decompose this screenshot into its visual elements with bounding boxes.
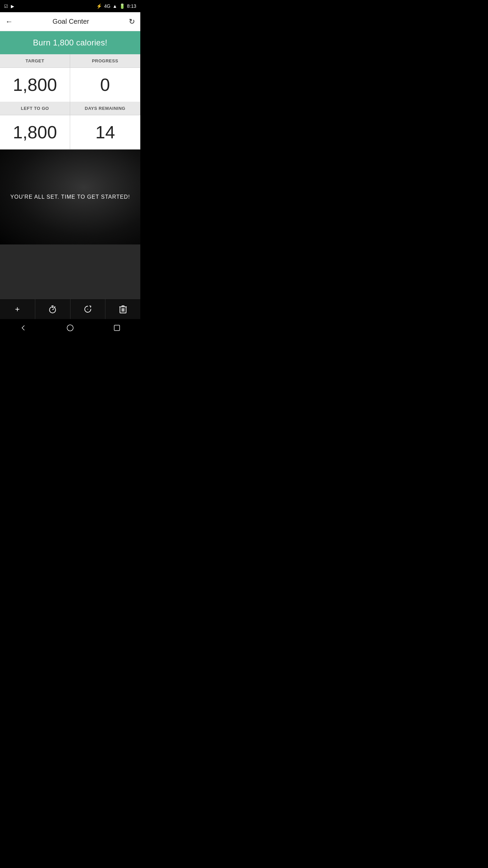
svg-point-1 [55,306,56,307]
back-button[interactable]: ← [5,17,13,26]
nav-back-icon [20,324,27,332]
network-4g-icon: 4G [104,3,110,9]
nav-recents-button[interactable] [108,321,125,335]
lower-dark-section [0,244,140,299]
battery-icon: 🔋 [119,3,125,9]
nav-home-icon [66,324,74,332]
status-bar: ☑ ▶ ⚡ 4G ▲ 🔋 8:13 [0,0,140,12]
stats-grid: TARGET PROGRESS 1,800 0 LEFT TO GO DAYS … [0,54,140,150]
play-store-icon: ▶ [11,4,14,9]
svg-point-2 [87,309,88,310]
notification-icon: ☑ [4,4,8,9]
left-to-go-header: LEFT TO GO [0,102,70,115]
nav-recents-icon [114,324,120,331]
status-bar-right: ⚡ 4G ▲ 🔋 8:13 [96,3,136,9]
delete-button[interactable] [105,299,140,319]
app-bar: ← Goal Center ↻ [0,12,140,31]
motivational-text: YOU'RE ALL SET. TIME TO GET STARTED! [3,187,137,207]
nav-bar [0,319,140,337]
timer-icon [48,305,57,314]
page-title: Goal Center [53,18,89,25]
svg-point-7 [67,325,73,331]
clock: 8:13 [127,3,136,9]
svg-rect-8 [114,325,120,331]
trash-icon [119,305,127,314]
goal-banner: Burn 1,800 calories! [0,31,140,54]
left-to-go-value: 1,800 [0,115,70,149]
refresh-button[interactable]: ↻ [129,17,135,26]
progress-header: PROGRESS [70,54,140,67]
status-bar-left: ☑ ▶ [4,4,14,9]
signal-icon: ▲ [113,3,117,9]
nav-back-button[interactable] [15,321,32,335]
reset-button[interactable] [70,299,106,319]
days-remaining-header: DAYS REMAINING [70,102,140,115]
target-value: 1,800 [0,67,70,102]
days-remaining-value: 14 [70,115,140,149]
add-button[interactable]: + [0,299,35,319]
nav-home-button[interactable] [62,321,79,335]
motivational-section: YOU'RE ALL SET. TIME TO GET STARTED! [0,150,140,244]
bluetooth-icon: ⚡ [96,3,102,9]
progress-value: 0 [70,67,140,102]
timer-button[interactable] [35,299,70,319]
target-header: TARGET [0,54,70,67]
goal-banner-text: Burn 1,800 calories! [33,38,107,47]
reset-icon [83,305,92,314]
bottom-toolbar: + [0,299,140,319]
